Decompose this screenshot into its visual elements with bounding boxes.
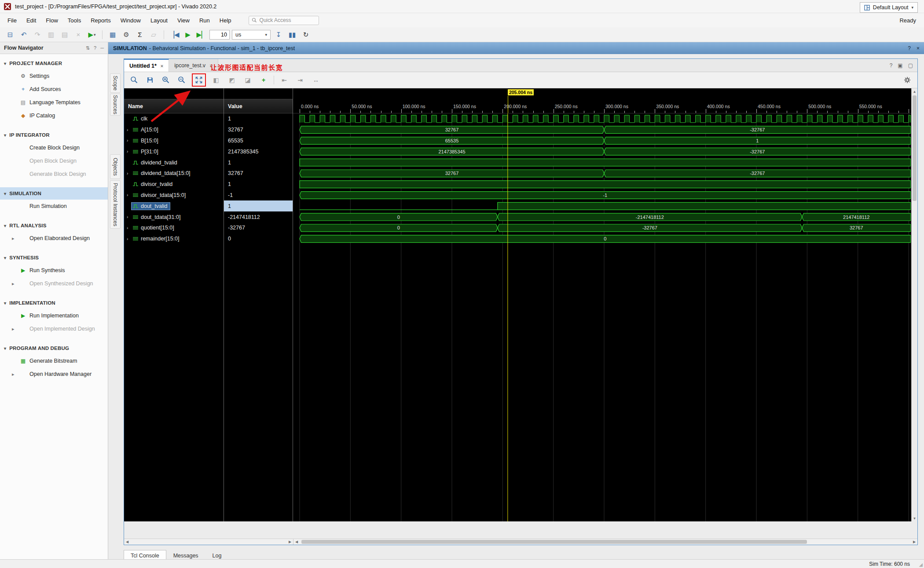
delete-icon[interactable]: × xyxy=(73,29,84,40)
signal-row[interactable]: dividend_tvalid xyxy=(124,157,224,168)
goto-end-icon[interactable]: ⇥ xyxy=(294,74,306,86)
signal-row[interactable]: ›B[15:0] xyxy=(124,135,224,146)
flow-item-generate-bitstream[interactable]: ▦Generate Bitstream xyxy=(0,354,108,368)
pause-icon[interactable]: ▮▮ xyxy=(286,29,298,40)
relaunch-icon[interactable]: ↻ xyxy=(300,29,312,40)
signal-value-cell[interactable]: -32767 xyxy=(224,222,293,233)
flow-item-run-implementation[interactable]: ▶Run Implementation xyxy=(0,309,108,322)
sum-icon[interactable]: Σ xyxy=(134,29,146,40)
flow-item-settings[interactable]: ⚙Settings xyxy=(0,69,108,83)
expand-icon[interactable]: › xyxy=(127,226,132,230)
copy-icon[interactable]: ▥ xyxy=(45,29,57,40)
flow-section-header[interactable]: ▾SIMULATION xyxy=(0,187,108,200)
help-icon[interactable]: ? xyxy=(908,45,911,51)
expand-icon[interactable]: › xyxy=(127,171,132,176)
goto-start-icon[interactable]: ⇤ xyxy=(279,74,290,86)
sort-icon[interactable]: ⇅ xyxy=(86,45,90,51)
signal-row[interactable]: ›remainder[15:0] xyxy=(124,233,224,244)
flow-item-ip-catalog[interactable]: ◆IP Catalog xyxy=(0,109,108,122)
flow-section-header[interactable]: ▾PROGRAM AND DEBUG xyxy=(0,342,108,354)
signal-value-cell[interactable]: 65535 xyxy=(224,135,293,146)
time-unit-select[interactable]: us▾ xyxy=(232,30,271,40)
edit-icon[interactable]: ▱ xyxy=(148,29,159,40)
expand-icon[interactable]: › xyxy=(127,237,132,241)
flow-item-add-sources[interactable]: +Add Sources xyxy=(0,83,108,96)
scroll-left-icon[interactable]: ◀ xyxy=(293,539,300,545)
signal-value-cell[interactable]: 32767 xyxy=(224,124,293,135)
waveform-plot-area[interactable]: 0.000 ns50.000 ns100.000 ns150.000 ns200… xyxy=(293,88,911,521)
flow-item-language-templates[interactable]: ▤Language Templates xyxy=(0,96,108,109)
flow-item-open-hardware-manager[interactable]: ▸Open Hardware Manager xyxy=(0,368,108,381)
expand-icon[interactable]: › xyxy=(127,127,132,132)
name-horizontal-scrollbar[interactable]: ◀ ▶ xyxy=(124,539,293,545)
signal-value-cell[interactable]: -1 xyxy=(224,190,293,201)
collapse-panel-icon[interactable]: ─ xyxy=(100,45,104,51)
name-column-header[interactable]: Name xyxy=(124,99,224,113)
scroll-left-icon[interactable]: ◀ xyxy=(124,539,130,545)
side-tab-objects[interactable]: Objects xyxy=(110,154,121,179)
debug-icon[interactable]: ▦ xyxy=(107,29,118,40)
expand-icon[interactable]: › xyxy=(127,138,132,143)
help-icon[interactable]: ? xyxy=(94,45,96,51)
zoom-out-icon[interactable] xyxy=(176,74,187,86)
flow-section-header[interactable]: ▾PROJECT MANAGER xyxy=(0,57,108,69)
waveform-canvas[interactable]: 32767-327676553512147385345-3276732767-3… xyxy=(293,113,911,521)
expand-icon[interactable]: › xyxy=(127,149,132,154)
wave-horizontal-scrollbar[interactable]: ◀ ▶ xyxy=(293,539,917,545)
menu-view[interactable]: View xyxy=(172,15,194,26)
zoom-range-icon[interactable]: ◧ xyxy=(210,74,222,86)
restart-icon[interactable]: ▕◀ xyxy=(169,29,180,40)
side-tab-scope[interactable]: Scope xyxy=(110,73,121,93)
menu-window[interactable]: Window xyxy=(116,15,146,26)
step-icon[interactable]: ↧ xyxy=(273,29,284,40)
add-marker-icon[interactable]: + xyxy=(258,74,269,86)
run-time-input[interactable] xyxy=(209,30,230,40)
menu-flow[interactable]: Flow xyxy=(41,15,62,26)
flow-item-create-block-design[interactable]: Create Block Design xyxy=(0,141,108,154)
signal-row[interactable]: clk xyxy=(124,113,224,124)
expand-icon[interactable]: ▸ xyxy=(12,236,17,241)
menu-tools[interactable]: Tools xyxy=(63,15,86,26)
signal-value-cell[interactable]: 1 xyxy=(224,113,293,124)
menu-file[interactable]: File xyxy=(3,15,22,26)
expand-icon[interactable]: ▸ xyxy=(12,281,17,287)
close-icon[interactable]: × xyxy=(917,45,920,51)
flow-section-header[interactable]: ▾IP INTEGRATOR xyxy=(0,129,108,141)
expand-icon[interactable]: ▸ xyxy=(12,371,17,377)
redo-icon[interactable]: ↷ xyxy=(32,29,43,40)
signal-row[interactable]: ›dout_tdata[31:0] xyxy=(124,211,224,222)
vertical-scrollbar[interactable]: ▲ ▼ xyxy=(911,88,917,521)
scroll-up-icon[interactable]: ▲ xyxy=(912,88,917,95)
signal-row[interactable]: ›P[31:0] xyxy=(124,146,224,157)
expand-icon[interactable]: › xyxy=(127,193,132,197)
signal-value-cell[interactable]: 2147385345 xyxy=(224,146,293,157)
scroll-down-icon[interactable]: ▼ xyxy=(912,515,917,521)
save-icon[interactable] xyxy=(144,74,156,86)
menu-reports[interactable]: Reports xyxy=(86,15,116,26)
flow-section-header[interactable]: ▾IMPLEMENTATION xyxy=(0,297,108,309)
search-icon[interactable] xyxy=(128,74,140,86)
float-panel-icon[interactable]: ▢ xyxy=(908,62,913,69)
layout-selector[interactable]: Default Layout ▾ xyxy=(860,2,918,13)
signal-value-cell[interactable]: 32767 xyxy=(224,168,293,179)
signal-row[interactable]: ›quotient[15:0] xyxy=(124,222,224,233)
flow-section-header[interactable]: ▾SYNTHESIS xyxy=(0,251,108,264)
zoom-fit-icon[interactable] xyxy=(192,73,206,87)
scroll-right-icon[interactable]: ▶ xyxy=(287,539,293,545)
signal-row[interactable]: dout_tvalid xyxy=(124,200,224,211)
flow-item-run-synthesis[interactable]: ▶Run Synthesis xyxy=(0,264,108,277)
flow-section-header[interactable]: ▾RTL ANALYSIS xyxy=(0,219,108,232)
signal-value-cell[interactable]: 0 xyxy=(224,233,293,244)
signal-value-cell[interactable]: 1 xyxy=(224,200,293,211)
zoom-in-icon[interactable] xyxy=(160,74,172,86)
open-icon[interactable]: ⊟ xyxy=(4,29,16,40)
resize-grip[interactable]: ◢ xyxy=(919,562,923,568)
signal-row[interactable]: ›A[15:0] xyxy=(124,124,224,135)
menu-run[interactable]: Run xyxy=(194,15,215,26)
menu-help[interactable]: Help xyxy=(215,15,236,26)
side-tab-protocol-instances[interactable]: Protocol Instances xyxy=(110,180,121,229)
signal-value-cell[interactable]: 1 xyxy=(224,157,293,168)
maximize-panel-icon[interactable]: ▣ xyxy=(898,62,902,69)
run-for-icon[interactable]: ▶▏ xyxy=(196,29,207,40)
run-icon[interactable]: ▶▾ xyxy=(86,29,98,40)
